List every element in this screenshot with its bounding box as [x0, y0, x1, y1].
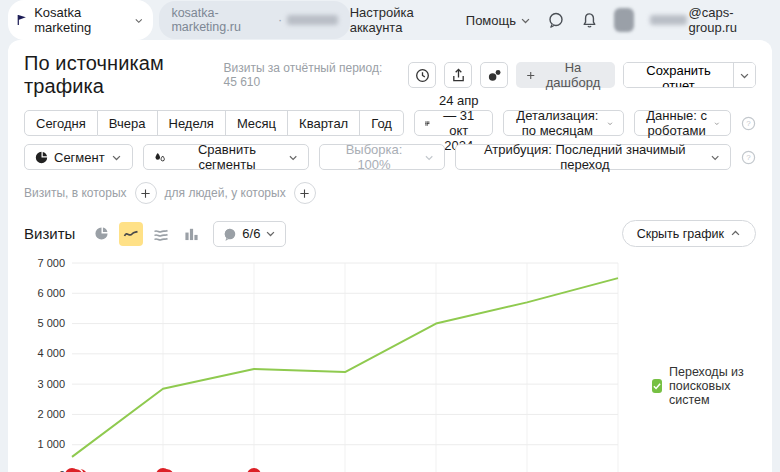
pie-chart-type-button[interactable] [89, 222, 113, 246]
legend-checkbox-checked[interactable] [652, 379, 662, 393]
chevron-down-icon [424, 152, 434, 163]
data-mode-label: Данные: с роботами [645, 108, 708, 138]
compare-drops-icon [154, 151, 166, 164]
hide-chart-button[interactable]: Скрыть график [622, 220, 756, 247]
user-avatar[interactable] [614, 8, 634, 32]
sampling-select[interactable]: Выборка: 100% [319, 144, 445, 170]
add-to-dashboard-label: На дашборд [541, 60, 605, 90]
column-chart-type-button[interactable] [179, 222, 203, 246]
chevron-down-icon [607, 118, 613, 129]
chevron-down-icon [288, 152, 298, 163]
plus-icon [299, 188, 310, 199]
add-visit-filter-button[interactable] [135, 182, 157, 204]
line-chart-type-button[interactable] [119, 222, 143, 246]
counter-domain[interactable]: kosatka-marketing.ru [159, 1, 349, 39]
chevron-down-icon [134, 15, 144, 26]
attribution-label: Атрибуция: Последний значимый переход [466, 142, 704, 172]
compare-segments-label: Сравнить сегменты [172, 142, 282, 172]
visits-summary-value: 45 610 [223, 75, 260, 89]
detail-label: Детализация: по месяцам [514, 108, 601, 138]
legend-label: Переходы из поисковых систем [669, 365, 756, 407]
chevron-down-icon [111, 152, 122, 163]
chevron-up-icon [730, 228, 741, 239]
plus-icon [140, 188, 151, 199]
export-icon [451, 68, 466, 83]
svg-text:1 000: 1 000 [37, 438, 65, 450]
period-month-button[interactable]: Месяц [226, 110, 288, 136]
export-button[interactable] [444, 62, 472, 88]
svg-text:3 000: 3 000 [37, 378, 65, 390]
counter-name: Kosatka marketing [34, 5, 128, 35]
svg-text:2 000: 2 000 [37, 408, 65, 420]
save-report-dropdown[interactable] [733, 63, 755, 87]
visits-filter-label: Визиты, в которых [24, 186, 127, 200]
svg-text:5 000: 5 000 [37, 317, 65, 329]
period-quarter-button[interactable]: Квартал [288, 110, 360, 136]
help-question-icon[interactable]: ? [741, 150, 756, 165]
clock-icon [415, 68, 430, 83]
svg-text:7 000: 7 000 [37, 257, 65, 269]
chevron-down-icon [265, 228, 276, 239]
svg-text:0: 0 [59, 469, 65, 472]
line-chart-icon [123, 226, 139, 242]
attribution-select[interactable]: Атрибуция: Последний значимый переход [455, 144, 731, 170]
segment-label: Сегмент [54, 150, 105, 165]
svg-text:4 000: 4 000 [37, 347, 65, 359]
period-yesterday-button[interactable]: Вчера [98, 110, 158, 136]
separator-dot [278, 13, 282, 27]
report-card: По источникам трафика Визиты за отчётный… [8, 40, 772, 472]
chart-mount[interactable]: 01 0002 0003 0004 0005 0006 0007 000Апр … [24, 253, 756, 472]
account-settings-link[interactable]: Настройка аккаунта [350, 5, 450, 35]
counter-id-redacted [287, 15, 338, 25]
bell-icon[interactable] [581, 11, 598, 29]
period-year-button[interactable]: Год [360, 110, 404, 136]
legend-item-search-traffic[interactable]: Переходы из поисковых систем [652, 365, 756, 407]
notes-count: 6/6 [242, 226, 260, 241]
save-report-split-button: Сохранить отчет [623, 62, 756, 88]
metrica-apps-button[interactable] [480, 62, 508, 88]
data-mode-select[interactable]: Данные: с роботами [634, 110, 731, 136]
chevron-down-icon [710, 152, 720, 163]
calendar-grid-icon [425, 117, 430, 130]
visits-summary: Визиты за отчётный период: 45 610 [223, 61, 396, 89]
area-chart-type-button[interactable] [149, 222, 173, 246]
checkmark-icon [652, 381, 662, 391]
chat-icon[interactable] [547, 11, 565, 29]
help-question-icon[interactable]: ? [741, 116, 756, 131]
history-button[interactable] [408, 62, 436, 88]
pie-segment-icon [35, 151, 48, 164]
chevron-down-icon [714, 118, 720, 129]
svg-text:6 000: 6 000 [37, 287, 65, 299]
svg-text:?: ? [746, 153, 751, 162]
detail-select[interactable]: Детализация: по месяцам [503, 110, 624, 136]
hide-chart-label: Скрыть график [637, 227, 724, 241]
user-email[interactable]: @caps-group.ru [650, 5, 766, 35]
metrica-logo-icon [16, 13, 28, 27]
column-chart-icon [184, 226, 199, 241]
chevron-down-icon [520, 15, 531, 26]
date-range-button[interactable]: 24 апр — 31 окт 2024 [414, 110, 493, 136]
compare-segments-button[interactable]: Сравнить сегменты [143, 144, 310, 170]
topbar: Kosatka marketing kosatka-marketing.ru Н… [0, 0, 780, 40]
add-to-dashboard-button[interactable]: На дашборд [516, 62, 615, 88]
add-people-filter-button[interactable] [294, 182, 316, 204]
area-chart-icon [153, 226, 169, 242]
notes-toggle-button[interactable]: 6/6 [213, 221, 286, 247]
note-bubble-icon [223, 227, 237, 241]
svg-text:?: ? [746, 119, 751, 128]
help-menu[interactable]: Помощь [466, 13, 531, 28]
period-today-button[interactable]: Сегодня [24, 110, 98, 136]
segment-button[interactable]: Сегмент [24, 144, 133, 170]
metric-label: Визиты [24, 225, 75, 242]
page-title: По источникам трафика [24, 52, 223, 98]
counter-switcher[interactable]: Kosatka marketing [8, 0, 153, 40]
save-report-button[interactable]: Сохранить отчет [624, 63, 733, 87]
period-week-button[interactable]: Неделя [158, 110, 226, 136]
plus-icon [526, 70, 535, 81]
visits-line-chart: 01 0002 0003 0004 0005 0006 0007 000Апр … [24, 253, 628, 472]
period-preset-group: Сегодня Вчера Неделя Месяц Квартал Год [24, 110, 404, 136]
people-filter-label: для людей, у которых [165, 186, 286, 200]
help-label: Помощь [466, 13, 516, 28]
email-domain: @caps-group.ru [689, 5, 767, 35]
sampling-label: Выборка: 100% [330, 142, 417, 172]
